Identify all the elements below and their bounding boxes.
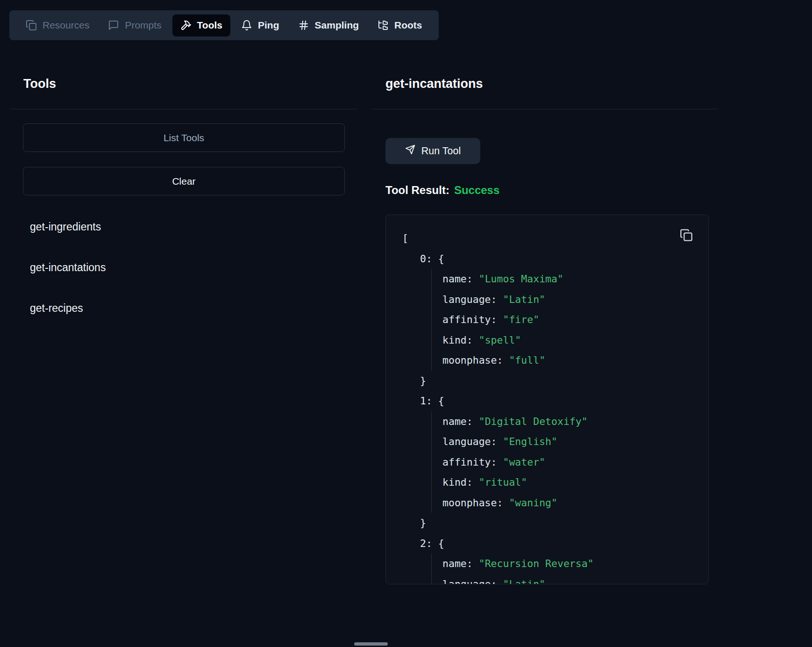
tool-list-item[interactable]: get-ingredients <box>30 220 106 234</box>
tools-panel-title: Tools <box>23 76 56 91</box>
json-line: } <box>420 513 692 533</box>
json-line: affinity: "water" <box>442 452 692 473</box>
tool-result-line: Tool Result:Success <box>385 184 499 197</box>
tool-detail-divider <box>371 109 719 109</box>
run-tool-label: Run Tool <box>421 145 461 157</box>
json-line: name: "Lumos Maxima" <box>442 269 692 289</box>
tool-list-item[interactable]: get-incantations <box>30 260 106 274</box>
json-object: 0: {name: "Lumos Maxima"language: "Latin… <box>420 249 692 391</box>
tool-detail-panel: get-incantations Run Tool Tool Result:Su… <box>371 0 719 647</box>
send-icon <box>405 144 415 158</box>
tool-result-status: Success <box>454 184 499 196</box>
json-line: } <box>420 371 692 391</box>
horizontal-scrollbar-thumb[interactable] <box>354 642 388 646</box>
json-object: 1: {name: "Digital Detoxify"language: "E… <box>420 391 692 533</box>
json-result-box: [0: {name: "Lumos Maxima"language: "Lati… <box>385 215 709 584</box>
tools-panel: Tools List Tools Clear get-ingredientsge… <box>9 0 357 647</box>
json-line: affinity: "fire" <box>442 309 692 330</box>
tools-panel-divider <box>9 109 357 109</box>
json-line: language: "English" <box>442 431 692 452</box>
run-tool-button[interactable]: Run Tool <box>385 138 480 164</box>
json-object-properties: name: "Lumos Maxima"language: "Latin"aff… <box>431 269 692 371</box>
json-line: 0: { <box>420 249 692 269</box>
json-line: language: "Latin" <box>442 289 692 310</box>
tool-list-item[interactable]: get-recipes <box>30 301 106 315</box>
json-line: [ <box>402 228 692 249</box>
tool-result-label: Tool Result: <box>385 184 449 196</box>
json-line: name: "Digital Detoxify" <box>442 411 692 432</box>
clear-button[interactable]: Clear <box>23 167 345 195</box>
json-line: 1: { <box>420 391 692 411</box>
json-line: moonphase: "waning" <box>442 493 692 513</box>
json-result-body: [0: {name: "Lumos Maxima"language: "Lati… <box>386 215 708 584</box>
list-tools-button[interactable]: List Tools <box>23 123 345 152</box>
copy-icon[interactable] <box>678 227 694 243</box>
json-object: 2: {name: "Recursion Reversa"language: "… <box>420 533 692 585</box>
json-object-properties: name: "Recursion Reversa"language: "Lati… <box>431 554 692 584</box>
json-line: moonphase: "full" <box>442 350 692 371</box>
json-object-properties: name: "Digital Detoxify"language: "Engli… <box>431 411 692 513</box>
json-line: 2: { <box>420 533 692 554</box>
json-line: kind: "ritual" <box>442 472 692 493</box>
json-line: name: "Recursion Reversa" <box>442 554 692 574</box>
json-line: kind: "spell" <box>442 330 692 351</box>
tool-list: get-ingredientsget-incantationsget-recip… <box>30 220 106 342</box>
selected-tool-title: get-incantations <box>385 76 483 91</box>
json-line: language: "Latin" <box>442 574 692 585</box>
